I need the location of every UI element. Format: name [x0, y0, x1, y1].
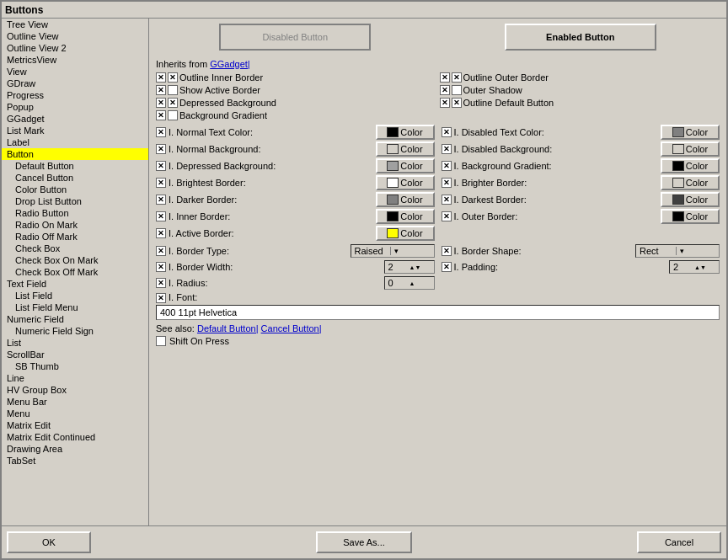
border-width-spinner[interactable]: 2 ▲▼ [384, 260, 435, 274]
outline-inner-cb[interactable]: ✕ [168, 72, 178, 83]
bg-gradient-color-btn[interactable]: Color [661, 158, 720, 173]
disabled-text-color-btn[interactable]: Color [661, 125, 720, 140]
disabled-button[interactable]: Disabled Button [219, 24, 371, 51]
inherit-cb2[interactable]: ✕ [440, 72, 450, 83]
disabled-bg-btn[interactable]: Color [661, 141, 720, 157]
dtc-inherit-cb[interactable]: ✕ [442, 127, 452, 137]
sidebar-item-popup[interactable]: Popup [2, 101, 148, 113]
font-inherit-cb[interactable]: ✕ [156, 293, 166, 303]
darkest-border-btn[interactable]: Color [661, 192, 720, 207]
dbg-inherit-cb[interactable]: ✕ [442, 144, 452, 154]
active-border-btn[interactable]: Color [376, 226, 435, 241]
padding-spinner[interactable]: 2 ▲▼ [669, 260, 720, 274]
border-width-arrows[interactable]: ▲▼ [410, 264, 431, 270]
border-shape-arrow[interactable]: ▾ [676, 247, 716, 255]
sidebar-item-default-button[interactable]: Default Button [2, 160, 148, 172]
normal-text-color-btn[interactable]: Color [376, 125, 435, 140]
sidebar-item-check-box-on-mark[interactable]: Check Box On Mark [2, 254, 148, 266]
ab-inherit-cb[interactable]: ✕ [156, 228, 166, 238]
padding-arrows[interactable]: ▲▼ [694, 264, 715, 270]
sidebar-item-tree-view[interactable]: Tree View [2, 19, 148, 30]
ob-inherit-cb[interactable]: ✕ [442, 211, 452, 221]
bg-gradient-cb[interactable] [168, 110, 178, 120]
inherit-cb7[interactable]: ✕ [156, 110, 166, 120]
outer-shadow-cb[interactable] [452, 85, 462, 95]
sidebar-item-ggadget[interactable]: GGadget [2, 113, 148, 125]
see-also-cancel-button[interactable]: Cancel Button| [261, 323, 322, 333]
sidebar-item-button[interactable]: Button [2, 148, 148, 160]
sidebar-item-list-field[interactable]: List Field [2, 290, 148, 301]
sidebar-item-outline-view-2[interactable]: Outline View 2 [2, 42, 148, 54]
inherit-cb4[interactable]: ✕ [440, 85, 450, 95]
sidebar-item-numeric-field-sign[interactable]: Numeric Field Sign [2, 325, 148, 337]
sidebar-item-list-mark[interactable]: List Mark [2, 125, 148, 136]
sidebar-item-matrix-edit-continued[interactable]: Matrix Edit Continued [2, 431, 148, 443]
brighter-border-btn[interactable]: Color [661, 175, 720, 190]
sidebar-item-drawing-area[interactable]: Drawing Area [2, 443, 148, 455]
sidebar-item-tabset[interactable]: TabSet [2, 455, 148, 467]
nbg-inherit-cb[interactable]: ✕ [156, 144, 166, 154]
sidebar-item-label[interactable]: Label [2, 136, 148, 148]
ok-button[interactable]: OK [7, 531, 91, 553]
shift-on-press-cb[interactable] [156, 336, 166, 346]
outline-default-cb[interactable]: ✕ [452, 98, 462, 108]
dk-inherit-cb[interactable]: ✕ [156, 195, 166, 205]
bs-inherit-cb[interactable]: ✕ [442, 246, 452, 256]
sidebar-item-progress[interactable]: Progress [2, 89, 148, 101]
font-field[interactable]: 400 11pt Helvetica [156, 305, 720, 320]
see-also-default-button[interactable]: Default Button| [197, 323, 259, 333]
sidebar-item-line[interactable]: Line [2, 372, 148, 384]
sidebar-item-numeric-field[interactable]: Numeric Field [2, 313, 148, 325]
depressed-bg-color-btn[interactable]: Color [376, 158, 435, 173]
sidebar-item-list[interactable]: List [2, 337, 148, 349]
sidebar-item-hv-group-box[interactable]: HV Group Box [2, 384, 148, 396]
cancel-button[interactable]: Cancel [637, 531, 721, 553]
ntc-inherit-cb[interactable]: ✕ [156, 127, 166, 137]
radius-spinner[interactable]: 0 ▲ [384, 276, 435, 290]
sidebar-item-check-box-off-mark[interactable]: Check Box Off Mark [2, 266, 148, 278]
inherit-cb5[interactable]: ✕ [156, 98, 166, 108]
radius-arrows[interactable]: ▲ [410, 280, 431, 286]
inherit-cb6[interactable]: ✕ [440, 98, 450, 108]
sidebar-item-scrollbar[interactable]: ScrollBar [2, 349, 148, 360]
inner-border-btn[interactable]: Color [376, 209, 435, 224]
dep-inherit-cb[interactable]: ✕ [156, 161, 166, 171]
sidebar-item-list-field-menu[interactable]: List Field Menu [2, 301, 148, 313]
sidebar-item-cancel-button[interactable]: Cancel Button [2, 172, 148, 184]
save-as-button[interactable]: Save As... [316, 531, 412, 553]
bb-inherit-cb[interactable]: ✕ [156, 178, 166, 188]
outer-border-btn[interactable]: Color [661, 209, 720, 224]
inherit-cb1[interactable]: ✕ [156, 72, 166, 83]
sidebar-item-menu[interactable]: Menu [2, 408, 148, 419]
show-active-cb[interactable] [168, 85, 178, 95]
brightest-border-btn[interactable]: Color [376, 175, 435, 190]
sidebar-item-view[interactable]: View [2, 66, 148, 77]
border-type-dropdown[interactable]: Raised ▾ [351, 244, 435, 258]
ib-inherit-cb[interactable]: ✕ [156, 211, 166, 221]
sidebar-item-outline-view[interactable]: Outline View [2, 30, 148, 42]
inherits-link[interactable]: GGadget| [210, 59, 250, 69]
sidebar-item-drop-list-button[interactable]: Drop List Button [2, 195, 148, 207]
inherit-cb3[interactable]: ✕ [156, 85, 166, 95]
pad-inherit-cb[interactable]: ✕ [442, 262, 452, 272]
bt-inherit-cb[interactable]: ✕ [156, 246, 166, 256]
sidebar-item-radio-button[interactable]: Radio Button [2, 207, 148, 219]
sidebar-item-radio-on-mark[interactable]: Radio On Mark [2, 219, 148, 231]
darker-border-btn[interactable]: Color [376, 192, 435, 207]
br-inherit-cb[interactable]: ✕ [442, 178, 452, 188]
bw-inherit-cb[interactable]: ✕ [156, 262, 166, 272]
rad-inherit-cb[interactable]: ✕ [156, 278, 166, 288]
normal-bg-btn[interactable]: Color [376, 141, 435, 157]
sidebar-item-metricsview[interactable]: MetricsView [2, 54, 148, 66]
sidebar-item-check-box[interactable]: Check Box [2, 243, 148, 254]
sidebar-item-sb-thumb[interactable]: SB Thumb [2, 360, 148, 372]
sidebar-item-gdraw[interactable]: GDraw [2, 77, 148, 89]
outline-outer-cb[interactable]: ✕ [452, 72, 462, 83]
sidebar-item-matrix-edit[interactable]: Matrix Edit [2, 419, 148, 431]
bgg-inherit-cb[interactable]: ✕ [442, 161, 452, 171]
sidebar-item-radio-off-mark[interactable]: Radio Off Mark [2, 231, 148, 243]
dkt-inherit-cb[interactable]: ✕ [442, 195, 452, 205]
border-shape-dropdown[interactable]: Rect ▾ [635, 244, 720, 258]
sidebar-item-text-field[interactable]: Text Field [2, 278, 148, 290]
depressed-bg-cb[interactable]: ✕ [168, 98, 178, 108]
